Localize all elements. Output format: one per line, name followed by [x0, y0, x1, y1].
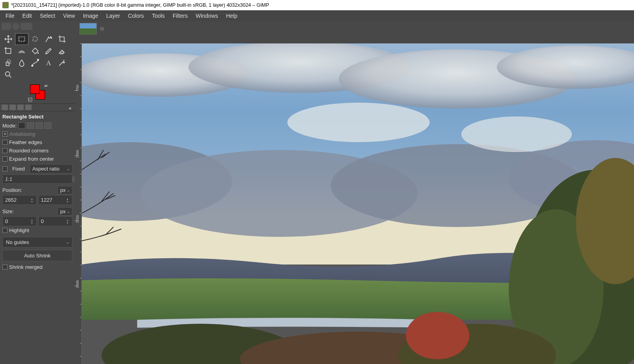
- feather-checkbox[interactable]: [2, 140, 8, 145]
- image-tab[interactable]: ☒: [77, 22, 107, 36]
- size-w-input[interactable]: [4, 218, 31, 225]
- option-tab-menu-icon[interactable]: ◂: [68, 105, 73, 110]
- transform-tool[interactable]: [2, 45, 15, 57]
- tool-tab-pill: [21, 23, 32, 30]
- shrink-merged-label: Shrink merged: [9, 264, 43, 270]
- clone-tool[interactable]: [2, 57, 15, 69]
- tool-tabs: [0, 21, 75, 32]
- fixed-checkbox[interactable]: [2, 166, 8, 171]
- size-label: Size:: [2, 208, 14, 214]
- size-unit-select[interactable]: px ⌵: [57, 207, 72, 216]
- menu-windows[interactable]: Windows: [192, 11, 222, 21]
- left-panel: A ⇄ ◱ ◂ Rectangle Select: [0, 21, 75, 364]
- warp-tool[interactable]: [15, 45, 28, 57]
- rounded-checkbox[interactable]: [2, 148, 8, 153]
- svg-rect-3: [6, 49, 11, 54]
- menu-filters[interactable]: Filters: [169, 11, 192, 21]
- position-x-container: ▴▾: [2, 195, 37, 205]
- size-h-container: ▴▾: [38, 216, 73, 226]
- svg-point-20: [287, 103, 430, 142]
- menu-help[interactable]: Help: [222, 11, 242, 21]
- rectangle-select-tool[interactable]: [15, 33, 28, 45]
- guides-select[interactable]: No guides ⌵: [2, 237, 72, 248]
- smudge-tool[interactable]: [15, 57, 28, 69]
- position-unit: px: [60, 187, 66, 193]
- mode-subtract[interactable]: [36, 122, 43, 129]
- chevron-down-icon: ⌵: [67, 209, 70, 214]
- default-colors-icon[interactable]: ◱: [28, 96, 32, 100]
- tool-options-name: Rectangle Select: [2, 112, 72, 121]
- vertical-ruler[interactable]: 750100012501500: [75, 43, 82, 364]
- menu-layer[interactable]: Layer: [102, 11, 124, 21]
- chevron-down-icon: ⌵: [67, 188, 70, 192]
- menu-colors[interactable]: Colors: [124, 11, 148, 21]
- spinner-icon[interactable]: ▴▾: [67, 219, 70, 224]
- guides-value: No guides: [6, 239, 29, 245]
- canvas-area: ☒ 500750100012501500175020002250 7501000…: [75, 21, 634, 364]
- svg-point-1: [51, 37, 51, 38]
- clear-icon[interactable]: [72, 176, 75, 182]
- tool-options: Rectangle Select Mode: Antialiasing Feat…: [0, 111, 75, 364]
- menu-select[interactable]: Select: [36, 11, 59, 21]
- option-tab-1[interactable]: [2, 105, 8, 110]
- window-title: *[20231031_154721] (imported)-1.0 (RGB c…: [11, 2, 269, 8]
- expand-row: Expand from center: [2, 155, 72, 163]
- rounded-row: Rounded corners: [2, 146, 72, 155]
- spinner-icon[interactable]: ▴▾: [31, 219, 35, 224]
- highlight-label: Highlight: [9, 227, 29, 233]
- mode-intersect[interactable]: [44, 122, 51, 129]
- image-tabs: ☒: [75, 21, 634, 36]
- menu-file[interactable]: File: [2, 11, 19, 21]
- spinner-icon[interactable]: ▴▾: [67, 197, 70, 203]
- toolbox: A: [0, 32, 75, 82]
- eraser-tool[interactable]: [55, 45, 69, 57]
- crop-tool[interactable]: [55, 33, 69, 45]
- position-x-input[interactable]: [4, 196, 31, 204]
- pencil-tool[interactable]: [42, 45, 55, 57]
- paths-tool[interactable]: [28, 57, 42, 69]
- size-h-input[interactable]: [40, 218, 67, 225]
- position-y-input[interactable]: [40, 196, 67, 204]
- menu-tools[interactable]: Tools: [148, 11, 169, 21]
- antialiasing-row: Antialiasing: [2, 130, 72, 138]
- swap-colors-icon[interactable]: ⇄: [44, 84, 47, 88]
- spinner-icon[interactable]: ▴▾: [31, 197, 35, 203]
- menu-image[interactable]: Image: [79, 11, 102, 21]
- fixed-select[interactable]: Aspect ratio ⌵: [30, 164, 72, 173]
- expand-checkbox[interactable]: [2, 156, 8, 161]
- mode-replace[interactable]: [18, 122, 25, 129]
- zoom-tool[interactable]: [2, 69, 15, 81]
- tool-tab-circle: [12, 23, 19, 30]
- mode-add[interactable]: [27, 122, 34, 129]
- option-tab-3[interactable]: [17, 105, 24, 110]
- canvas-viewport[interactable]: [82, 43, 634, 364]
- position-unit-select[interactable]: px ⌵: [57, 186, 72, 194]
- option-tabs: ◂: [0, 103, 75, 111]
- svg-point-8: [38, 59, 39, 61]
- shrink-merged-checkbox[interactable]: [2, 265, 8, 270]
- shrink-merged-row: Shrink merged: [2, 263, 72, 271]
- option-tab-2[interactable]: [9, 105, 16, 110]
- fixed-row: Fixed Aspect ratio ⌵: [2, 163, 72, 174]
- fuzzy-select-tool[interactable]: [42, 33, 55, 45]
- free-select-tool[interactable]: [28, 33, 42, 45]
- app-icon: [2, 2, 9, 8]
- bucket-fill-tool[interactable]: [28, 45, 42, 57]
- size-w-container: ▴▾: [2, 216, 37, 226]
- option-tab-4[interactable]: [25, 105, 32, 110]
- highlight-checkbox[interactable]: [2, 228, 8, 233]
- position-inputs: ▴▾ ▴▾: [2, 195, 72, 205]
- antialiasing-checkbox[interactable]: [2, 131, 8, 137]
- mode-label: Mode:: [2, 123, 17, 129]
- menu-view[interactable]: View: [59, 11, 79, 21]
- close-tab-icon[interactable]: ☒: [99, 26, 105, 32]
- color-picker-tool[interactable]: [55, 57, 69, 69]
- auto-shrink-button[interactable]: Auto Shrink: [2, 250, 72, 261]
- svg-point-4: [38, 53, 39, 54]
- menu-edit[interactable]: Edit: [19, 11, 36, 21]
- move-tool[interactable]: [2, 33, 15, 45]
- foreground-color[interactable]: [30, 84, 40, 94]
- svg-rect-0: [19, 37, 25, 41]
- ratio-input[interactable]: [5, 176, 72, 182]
- text-tool[interactable]: A: [42, 57, 55, 69]
